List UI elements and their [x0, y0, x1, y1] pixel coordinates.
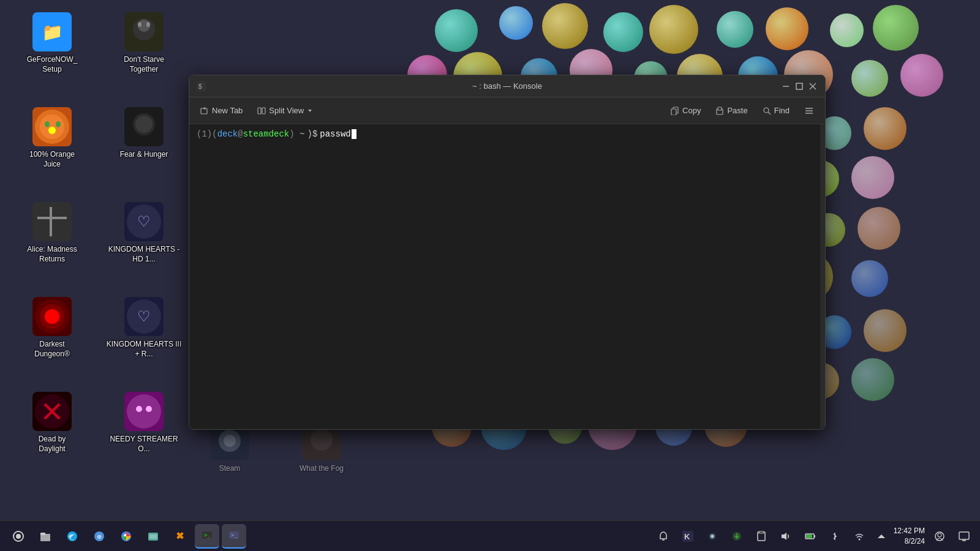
- desktop-icon-geforcenow[interactable]: 📁 GeForceNOW_Setup: [6, 6, 98, 101]
- alice-icon: [32, 202, 72, 241]
- konsole-title-text: ~ : bash — Konsole: [233, 81, 781, 91]
- konsole-body[interactable]: (1) ( deck @ steamdeck ) ~ )$ passwd: [189, 124, 825, 429]
- desktop-icon-alice[interactable]: Alice: MadnessReturns: [6, 196, 98, 291]
- orange-label: 100% OrangeJuice: [29, 150, 75, 169]
- taskbar-activities-button[interactable]: [6, 524, 31, 549]
- find-label: Find: [774, 106, 790, 115]
- new-tab-icon: [200, 107, 209, 115]
- svg-text:✖: ✖: [176, 531, 184, 541]
- svg-text:♡: ♡: [137, 213, 151, 230]
- prompt-close-paren: ): [289, 129, 294, 139]
- taskbar-clipboard-button[interactable]: [752, 524, 771, 549]
- desktop-icon-deadbydaylight[interactable]: Dead byDaylight: [6, 386, 98, 481]
- taskbar-terminal-button[interactable]: >_: [195, 524, 219, 549]
- chevron-up-icon: [876, 531, 886, 541]
- taskbar-filemanager-button[interactable]: [33, 524, 58, 549]
- taskbar-konsole-active-button[interactable]: >_: [222, 524, 246, 549]
- svg-point-95: [938, 533, 941, 537]
- taskbar-dolphin-button[interactable]: [141, 524, 165, 549]
- svg-rect-11: [50, 207, 52, 236]
- svg-point-3: [146, 22, 150, 27]
- prompt-number: (1): [197, 129, 212, 139]
- bluetooth-icon: [829, 531, 840, 542]
- needy-icon: [124, 392, 164, 431]
- taskbar-steam-button[interactable]: [703, 524, 722, 549]
- desktop-icon-dontstarve[interactable]: Don't StarveTogether: [98, 6, 190, 101]
- alice-label: Alice: MadnessReturns: [27, 245, 77, 264]
- find-button[interactable]: Find: [756, 103, 796, 118]
- konsole-app-icon: $: [197, 81, 206, 91]
- svg-point-92: [858, 538, 860, 540]
- window-minimize-button[interactable]: [781, 81, 791, 91]
- svg-point-8: [48, 127, 56, 134]
- split-view-chevron-icon: [307, 108, 313, 114]
- taskbar-wifi-button[interactable]: [850, 524, 869, 549]
- deadbydaylight-icon: [32, 392, 72, 431]
- darkest-icon: [32, 297, 72, 336]
- taskbar-chrome-button[interactable]: [114, 524, 138, 549]
- desktop-icons-grid: 📁 GeForceNOW_Setup Don't StarveTogether …: [0, 0, 184, 465]
- deadbydaylight-label: Dead byDaylight: [39, 435, 66, 454]
- copy-label: Copy: [682, 106, 701, 115]
- split-view-button[interactable]: Split View: [251, 103, 319, 118]
- taskbar-screen-button[interactable]: [954, 524, 974, 549]
- svg-rect-72: [149, 534, 157, 539]
- taskbar-update-button[interactable]: [727, 524, 747, 549]
- taskbar-volume-button[interactable]: [776, 524, 796, 549]
- svg-point-40: [311, 429, 333, 451]
- needy-label: NEEDY STREAMER O...: [104, 435, 184, 454]
- fearandhunger-icon: [124, 107, 164, 146]
- taskbar-systray-expand-button[interactable]: [874, 524, 889, 549]
- window-close-button[interactable]: [808, 81, 818, 91]
- paste-button[interactable]: Paste: [709, 103, 753, 118]
- window-maximize-button[interactable]: [794, 81, 804, 91]
- search-icon: [763, 107, 771, 115]
- hamburger-icon: [804, 106, 814, 116]
- konqueror-icon: ✖: [174, 530, 186, 542]
- kh1-icon: ♡: [124, 202, 164, 241]
- desktop-icon-fearandhunger[interactable]: Fear & Hunger: [98, 101, 190, 196]
- new-tab-button[interactable]: New Tab: [194, 103, 249, 118]
- geforcenow-icon: 📁: [32, 12, 72, 51]
- svg-point-10: [135, 116, 153, 133]
- taskbar-github-button[interactable]: [930, 524, 949, 549]
- desktop-icon-kh1[interactable]: ♡ KINGDOM HEARTS -HD 1...: [98, 196, 190, 291]
- taskbar-clock[interactable]: 12:42 PM 8/2/24: [894, 526, 925, 547]
- konsole-scrollbar[interactable]: [820, 124, 825, 429]
- taskbar-bluetooth-button[interactable]: [825, 524, 845, 549]
- svg-text:$: $: [198, 83, 202, 90]
- svg-point-7: [56, 121, 61, 127]
- svg-marker-88: [782, 533, 786, 540]
- orange-icon: [32, 107, 72, 146]
- terminal-taskbar-icon: >_: [201, 530, 213, 542]
- svg-point-57: [764, 108, 769, 113]
- taskbar-edge-button[interactable]: [60, 524, 85, 549]
- prompt-at-sign: @: [238, 129, 243, 139]
- desktop-icon-kh3[interactable]: ♡ KINGDOM HEARTS III + R...: [98, 291, 190, 386]
- discover-icon: ⊕: [93, 530, 105, 542]
- svg-rect-56: [718, 107, 722, 110]
- taskbar-notifications-button[interactable]: [654, 524, 673, 549]
- svg-marker-93: [878, 534, 885, 538]
- fearandhunger-label: Fear & Hunger: [120, 150, 168, 160]
- desktop-icon-needy[interactable]: NEEDY STREAMER O...: [98, 386, 190, 481]
- svg-point-23: [127, 394, 161, 429]
- desktop-icon-darkest[interactable]: DarkestDungeon®: [6, 291, 98, 386]
- taskbar-k-button[interactable]: K: [678, 524, 698, 549]
- desktop-icon-orange[interactable]: 100% OrangeJuice: [6, 101, 98, 196]
- hamburger-menu-button[interactable]: [798, 103, 820, 119]
- bell-icon: [658, 531, 669, 542]
- volume-icon: [780, 531, 791, 542]
- taskbar-battery-button[interactable]: [801, 524, 820, 549]
- copy-icon: [671, 107, 679, 115]
- taskbar-discover-button[interactable]: ⊕: [87, 524, 111, 549]
- prompt-dollar: )$: [307, 129, 317, 139]
- geforcenow-label: GeForceNOW_Setup: [27, 55, 78, 74]
- github-icon: [934, 531, 945, 542]
- taskbar-left: ⊕ ✖ >_ >_: [6, 524, 246, 549]
- prompt-command: passwd: [320, 129, 350, 139]
- copy-button[interactable]: Copy: [665, 103, 707, 118]
- darkest-label: DarkestDungeon®: [34, 340, 70, 359]
- svg-point-38: [224, 435, 236, 447]
- taskbar-konqueror-button[interactable]: ✖: [168, 524, 192, 549]
